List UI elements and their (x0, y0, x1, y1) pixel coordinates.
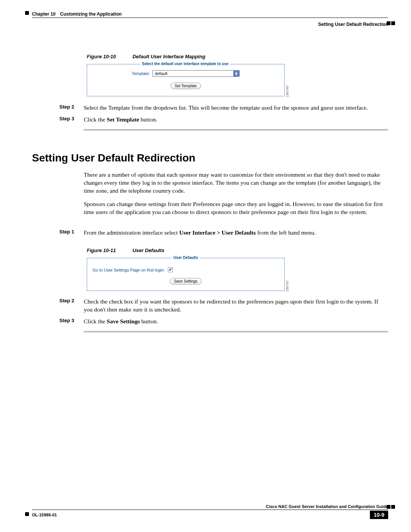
set-template-button[interactable]: Set Template (170, 83, 201, 89)
body-para-1: There are a number of options that each … (84, 171, 388, 195)
page-footer: Cisco NAC Guest Server Installation and … (32, 504, 388, 519)
footer-guide-title: Cisco NAC Guest Server Installation and … (32, 504, 388, 510)
step-a-2: Step 2 Select the Template from the drop… (32, 104, 388, 112)
user-defaults-legend: User Defaults (172, 256, 199, 260)
step1-bold: User Interface > User Defaults (179, 229, 256, 236)
step-text: Select the Template from the dropdown li… (84, 104, 388, 112)
figure10-title: Default User Interface Mapping (132, 54, 205, 59)
template-row: Template: default (91, 70, 280, 77)
figure11-id: 186787 (285, 280, 289, 292)
chapter-number: Chapter 10 (32, 11, 56, 17)
step3c-suffix: button. (140, 318, 158, 324)
step-text: From the administration interface select… (84, 229, 388, 237)
footer-marks-right (387, 505, 395, 509)
figure10-caption: Figure 10-10 Default User Interface Mapp… (87, 54, 388, 59)
step3-prefix: Click the (84, 116, 107, 123)
section-divider (84, 129, 388, 131)
step-text: Check the check box if you want the spon… (84, 298, 388, 314)
figure10-id: 186740 (285, 86, 289, 97)
save-settings-button[interactable]: Save Settings (170, 278, 202, 284)
template-dropdown-value: default (153, 71, 233, 76)
step-label: Step 3 (59, 318, 84, 323)
step-text: Click the Set Template button. (84, 116, 388, 124)
header-marks-left (25, 11, 29, 15)
mark-icon (25, 512, 29, 516)
step-label: Step 2 (59, 298, 84, 304)
template-legend: Select the default user interface templa… (140, 62, 230, 66)
step3-suffix: button. (139, 116, 157, 123)
figure11-title: User Defaults (132, 248, 164, 253)
header-breadcrumb: Setting User Default Redirection (32, 22, 388, 27)
step3c-prefix: Click the (84, 318, 107, 324)
template-label: Template: (132, 71, 150, 76)
figure11-screenshot: User Defaults Go to User Settings Page o… (87, 258, 285, 291)
step3-bold: Set Template (107, 116, 139, 123)
step1-prefix: From the administration interface select (84, 229, 179, 236)
page-header: Chapter 10 Customizing the Application (32, 11, 388, 18)
figure11-number: Figure 10-11 (87, 248, 116, 253)
template-dropdown[interactable]: default (152, 70, 240, 77)
section-divider (84, 331, 388, 332)
step3c-bold: Save Settings (107, 318, 140, 324)
step-b-1: Step 1 From the administration interface… (32, 229, 388, 237)
user-defaults-fieldset: User Defaults Go to User Settings Page o… (87, 258, 285, 291)
first-login-label: Go to User Settings Page on first login: (92, 268, 165, 272)
header-marks-right (387, 21, 395, 25)
mark-icon (25, 11, 29, 15)
first-login-checkbox[interactable]: ✔ (168, 267, 173, 272)
step-label: Step 1 (59, 229, 84, 235)
figure10-number: Figure 10-10 (87, 54, 116, 59)
step-c-2: Step 2 Check the check box if you want t… (32, 298, 388, 314)
step-label: Step 2 (59, 104, 84, 110)
step-label: Step 3 (59, 116, 84, 121)
dropdown-arrows-icon (233, 70, 239, 77)
section-crumb: Setting User Default Redirection (318, 22, 388, 27)
figure11-caption: Figure 10-11 User Defaults (87, 248, 388, 253)
figure10-screenshot: Select the default user interface templa… (87, 64, 285, 96)
template-fieldset: Select the default user interface templa… (87, 64, 285, 96)
section-heading: Setting User Default Redirection (32, 152, 388, 164)
mark-icon (387, 21, 390, 25)
mark-icon (391, 505, 395, 509)
mark-icon (387, 505, 390, 509)
body-para-2: Sponsors can change these settings from … (84, 200, 388, 216)
step-text: Click the Save Settings button. (84, 318, 388, 326)
mark-icon (391, 21, 395, 25)
step-a-3: Step 3 Click the Set Template button. (32, 116, 388, 124)
checkmark-icon: ✔ (169, 267, 172, 273)
page-number: 10-9 (370, 511, 388, 519)
step1-suffix: from the left hand menu. (256, 229, 316, 236)
doc-id: OL-15986-01 (32, 513, 57, 517)
first-login-row: Go to User Settings Page on first login:… (92, 267, 279, 272)
step-c-3: Step 3 Click the Save Settings button. (32, 318, 388, 326)
chapter-title: Customizing the Application (60, 11, 122, 17)
